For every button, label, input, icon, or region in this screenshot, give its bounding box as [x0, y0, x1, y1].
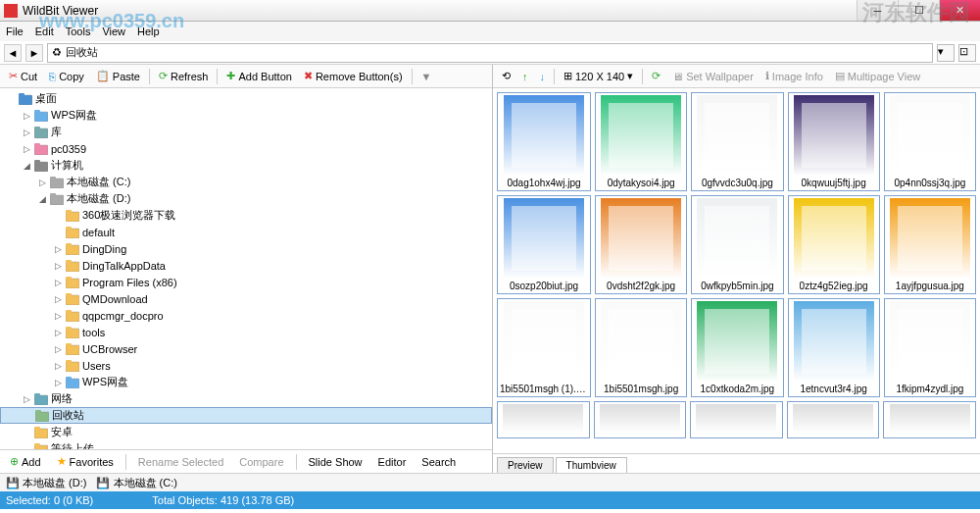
thumbnail-area[interactable]: 0dag1ohx4wj.jpg0dytakysoi4.jpg0gfvvdc3u0…: [493, 88, 980, 453]
drive-c-button[interactable]: 💾 本地磁盘 (C:): [96, 476, 176, 490]
refresh-thumbs-button[interactable]: ⟳: [647, 68, 665, 84]
remove-button-button[interactable]: ✖Remove Button(s): [299, 68, 408, 84]
thumbnail[interactable]: 0dytakysoi4.jpg: [595, 92, 687, 191]
thumbnail[interactable]: 0p4nn0ssj3q.jpg: [884, 92, 976, 191]
tree-item[interactable]: ▷Program Files (x86): [0, 274, 492, 290]
tree-item[interactable]: ▷WPS网盘: [0, 374, 492, 390]
editor-button[interactable]: Editor: [372, 454, 413, 470]
thumbnail[interactable]: 1bi5501msgh (1).jpg: [497, 298, 591, 397]
menu-tools[interactable]: Tools: [66, 26, 91, 37]
thumbnail[interactable]: 1bi5501msgh.jpg: [595, 298, 687, 397]
expander-icon[interactable]: ▷: [53, 243, 64, 254]
expander-icon[interactable]: [6, 93, 17, 104]
thumbnail[interactable]: 0ztz4g52ieg.jpg: [788, 195, 880, 294]
thumbnail[interactable]: [690, 401, 783, 438]
tree-item[interactable]: ▷QMDownload: [0, 290, 492, 307]
down-arrow-button[interactable]: ↓: [535, 69, 551, 84]
expander-icon[interactable]: ◢: [37, 193, 48, 204]
expander-icon[interactable]: ▷: [53, 343, 64, 354]
expander-icon[interactable]: ▷: [22, 143, 32, 154]
folder-tree[interactable]: 桌面▷WPS网盘▷库▷pc0359◢计算机▷本地磁盘 (C:)◢本地磁盘 (D:…: [0, 88, 492, 449]
tree-item[interactable]: ▷DingDing: [0, 240, 492, 257]
thumbnail[interactable]: [883, 401, 976, 438]
thumbnail[interactable]: 1fkipm4zydl.jpg: [884, 298, 976, 397]
nav-back-button[interactable]: ◄: [4, 44, 22, 62]
thumbnail[interactable]: 0sozp20biut.jpg: [497, 195, 591, 294]
tree-item[interactable]: default: [0, 224, 492, 240]
thumbnail[interactable]: [594, 401, 687, 438]
tree-item[interactable]: ▷qqpcmgr_docpro: [0, 307, 492, 324]
tree-item[interactable]: 桌面: [0, 90, 492, 107]
tree-item[interactable]: ◢计算机: [0, 157, 492, 174]
tree-item[interactable]: ▷UCBrowser: [0, 340, 492, 357]
expander-icon[interactable]: ▷: [22, 393, 32, 404]
thumbnail[interactable]: [497, 401, 590, 438]
menu-view[interactable]: View: [102, 26, 125, 37]
address-dropdown[interactable]: ▾: [937, 44, 955, 62]
menu-help[interactable]: Help: [137, 26, 160, 37]
expander-icon[interactable]: ▷: [53, 360, 64, 371]
expander-icon[interactable]: ▷: [53, 377, 64, 387]
expander-icon[interactable]: ▷: [53, 327, 64, 337]
menu-edit[interactable]: Edit: [35, 26, 54, 37]
expander-icon[interactable]: [22, 427, 32, 437]
expander-icon[interactable]: ◢: [22, 160, 32, 171]
address-input[interactable]: ♻ 回收站: [47, 43, 933, 63]
expander-icon[interactable]: ▷: [53, 310, 64, 321]
maximize-button[interactable]: ☐: [898, 0, 939, 21]
tree-item[interactable]: ▷网络: [0, 390, 492, 407]
expander-icon[interactable]: ▷: [37, 177, 48, 187]
address-action[interactable]: ⊡: [958, 44, 976, 62]
tree-item[interactable]: 回收站: [0, 407, 492, 424]
favorites-button[interactable]: ★Favorites: [51, 453, 120, 470]
search-button[interactable]: Search: [416, 454, 462, 470]
thumbnail[interactable]: [787, 401, 880, 438]
tab-preview[interactable]: Preview: [497, 457, 554, 473]
up-arrow-button[interactable]: ↑: [517, 69, 533, 84]
refresh-button[interactable]: ⟳Refresh: [154, 68, 214, 84]
tree-item[interactable]: 360极速浏览器下载: [0, 207, 492, 224]
expander-icon[interactable]: ▷: [22, 110, 32, 121]
compare-button[interactable]: Compare: [233, 454, 289, 470]
thumbnail[interactable]: 0dag1ohx4wj.jpg: [497, 92, 591, 191]
tab-thumbview[interactable]: Thumbview: [556, 457, 627, 473]
thumbnail[interactable]: 1ayjfpgusua.jpg: [884, 195, 976, 294]
add-button-button[interactable]: ✚Add Button: [221, 68, 296, 84]
tree-item[interactable]: ◢本地磁盘 (D:): [0, 190, 492, 207]
thumb-size-selector[interactable]: ⊞ 120 X 140 ▾: [559, 68, 638, 84]
multipage-button[interactable]: ▤ Multipage View: [830, 68, 925, 84]
rotate-button[interactable]: ⟲: [497, 68, 515, 84]
tree-item[interactable]: ▷pc0359: [0, 140, 492, 157]
set-wallpaper-button[interactable]: 🖥 Set Wallpaper: [667, 69, 759, 84]
paste-button[interactable]: 📋Paste: [91, 68, 145, 84]
drive-d-button[interactable]: 💾 本地磁盘 (D:): [6, 476, 86, 490]
thumbnail[interactable]: 1etncvut3r4.jpg: [788, 298, 880, 397]
slideshow-button[interactable]: Slide Show: [303, 454, 368, 470]
thumbnail[interactable]: 0wfkpyb5min.jpg: [691, 195, 783, 294]
tree-item[interactable]: 等待上传: [0, 440, 492, 449]
cut-button[interactable]: ✂Cut: [4, 68, 42, 84]
thumbnail[interactable]: 0vdsht2f2gk.jpg: [595, 195, 687, 294]
tree-item[interactable]: ▷tools: [0, 324, 492, 340]
add-button[interactable]: ⊕Add: [4, 453, 47, 470]
thumbnail[interactable]: 0gfvvdc3u0q.jpg: [691, 92, 783, 191]
close-button[interactable]: ✕: [939, 0, 980, 21]
copy-button[interactable]: ⎘Copy: [44, 69, 89, 84]
expander-icon[interactable]: [53, 210, 64, 221]
expander-icon[interactable]: ▷: [22, 127, 32, 137]
expander-icon[interactable]: ▷: [53, 260, 64, 271]
image-info-button[interactable]: ℹ Image Info: [760, 68, 828, 84]
expander-icon[interactable]: [53, 227, 64, 237]
expander-icon[interactable]: ▷: [53, 293, 64, 304]
tree-item[interactable]: ▷本地磁盘 (C:): [0, 174, 492, 190]
tree-item[interactable]: ▷WPS网盘: [0, 107, 492, 124]
minimize-button[interactable]: ─: [857, 0, 898, 21]
tree-item[interactable]: ▷库: [0, 124, 492, 140]
expander-icon[interactable]: ▷: [53, 277, 64, 287]
tree-item[interactable]: 安卓: [0, 424, 492, 440]
nav-forward-button[interactable]: ►: [25, 44, 43, 62]
menu-file[interactable]: File: [6, 26, 24, 37]
tree-item[interactable]: ▷DingTalkAppData: [0, 257, 492, 274]
tree-item[interactable]: ▷Users: [0, 357, 492, 374]
thumbnail[interactable]: 1c0xtkoda2m.jpg: [691, 298, 783, 397]
